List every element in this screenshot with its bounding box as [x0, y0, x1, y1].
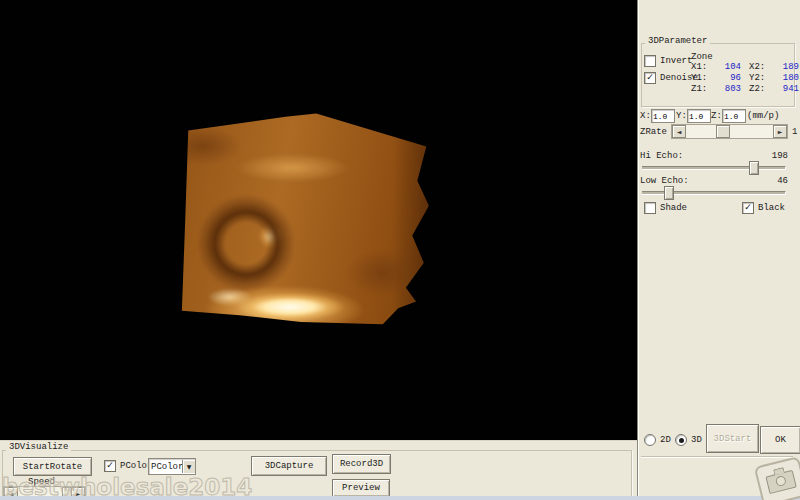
zone-z1-value: 803 — [711, 84, 741, 95]
low-echo-label: Low Echo: — [640, 176, 689, 186]
hi-echo-label: Hi Echo: — [640, 151, 683, 161]
zrate-label: ZRate — [640, 127, 667, 137]
low-echo-value: 46 — [777, 176, 788, 186]
zone-z2-label: Z2: — [741, 84, 765, 95]
check-icon: ✓ — [744, 203, 752, 212]
shade-checkbox-row[interactable]: Shade — [644, 202, 687, 214]
scale-unit-label: (mm/p) — [747, 111, 779, 121]
mode-2d-radio-row[interactable]: 2D — [644, 434, 671, 446]
panel-divider — [641, 456, 793, 458]
black-checkbox[interactable]: ✓ — [742, 202, 754, 214]
black-checkbox-row[interactable]: ✓ Black — [742, 202, 785, 214]
record3d-button[interactable]: Record3D — [332, 454, 391, 474]
zone-x2-label: X2: — [741, 62, 765, 73]
pcolor-checkbox-row[interactable]: ✓ PColor — [104, 460, 152, 472]
scale-z-input[interactable] — [722, 109, 746, 123]
app-window: 3DParameter Invert ✓ Denoise Zone X1: 10… — [0, 0, 800, 500]
mode-3d-radio[interactable] — [675, 434, 687, 446]
hi-echo-slider-track[interactable] — [642, 166, 786, 170]
zone-x2-value: 189 — [765, 62, 799, 73]
zone-title: Zone — [691, 52, 713, 62]
zrate-scrollbar[interactable]: ◄ ► — [671, 124, 788, 139]
zone-y2-value: 180 — [765, 73, 799, 84]
check-icon: ✓ — [646, 73, 654, 82]
shade-checkbox[interactable] — [644, 202, 656, 214]
scale-x-label: X: — [640, 111, 651, 121]
invert-checkbox[interactable] — [644, 55, 656, 67]
zone-y1-value: 96 — [711, 73, 741, 84]
ultrasound-3d-viewport[interactable] — [0, 0, 637, 440]
group-title-3dvisualize: 3DVisualize — [6, 442, 71, 452]
ultrasound-texture — [170, 102, 442, 346]
group-title-3dparameter: 3DParameter — [645, 36, 710, 46]
ok-button[interactable]: OK — [760, 426, 800, 454]
zrate-scrollbar-thumb[interactable] — [716, 125, 730, 138]
mode-3d-label: 3D — [691, 435, 702, 445]
scale-x-input[interactable] — [651, 109, 675, 123]
pcolor-checkbox[interactable]: ✓ — [104, 460, 116, 472]
denoise-checkbox[interactable]: ✓ — [644, 72, 656, 84]
scale-y-input[interactable] — [687, 109, 711, 123]
mode-2d-label: 2D — [660, 435, 671, 445]
hi-echo-slider-thumb[interactable] — [749, 161, 759, 175]
scale-z-label: Z: — [711, 111, 722, 121]
black-label: Black — [758, 203, 785, 213]
3dstart-button[interactable]: 3DStart — [706, 424, 759, 453]
check-icon: ✓ — [106, 461, 114, 470]
scale-y-label: Y: — [676, 111, 687, 121]
preview-button[interactable]: Preview — [332, 479, 390, 497]
camera-icon — [765, 469, 797, 493]
pcolor-dropdown-value: PColor — [149, 462, 182, 472]
zone-y1-label: Y1: — [691, 73, 711, 84]
zrate-right-arrow-icon[interactable]: ► — [773, 125, 787, 138]
3dcapture-button[interactable]: 3DCapture — [251, 456, 327, 476]
mode-3d-radio-row[interactable]: 3D — [675, 434, 702, 446]
start-rotate-button[interactable]: StartRotate — [13, 457, 92, 476]
invert-checkbox-row[interactable]: Invert — [644, 55, 692, 67]
pcolor-dropdown[interactable]: PColor ▼ — [148, 458, 196, 475]
denoise-checkbox-row[interactable]: ✓ Denoise — [644, 72, 698, 84]
invert-label: Invert — [660, 56, 692, 66]
zrate-value: 1 — [792, 127, 797, 137]
zone-z2-value: 941 — [765, 84, 799, 95]
ultrasound-volume-render — [178, 110, 434, 338]
camera-stamp-icon — [754, 456, 800, 500]
zrate-left-arrow-icon[interactable]: ◄ — [672, 125, 686, 138]
visualize-panel: 3DVisualize StartRotate ✓ PColor PColor … — [0, 440, 637, 500]
shade-label: Shade — [660, 203, 687, 213]
low-echo-slider-thumb[interactable] — [664, 186, 674, 200]
mode-2d-radio[interactable] — [644, 434, 656, 446]
zone-x1-label: X1: — [691, 62, 711, 73]
zone-x1-value: 104 — [711, 62, 741, 73]
zone-values-grid: X1: 104 X2: 189 Y1: 96 Y2: 180 Z1: 803 Z… — [691, 62, 799, 95]
zone-y2-label: Y2: — [741, 73, 765, 84]
zone-z1-label: Z1: — [691, 84, 711, 95]
window-edge-strip — [0, 496, 800, 500]
hi-echo-value: 198 — [772, 151, 788, 161]
dropdown-arrow-icon[interactable]: ▼ — [182, 460, 195, 473]
parameter-panel: 3DParameter Invert ✓ Denoise Zone X1: 10… — [637, 0, 800, 500]
